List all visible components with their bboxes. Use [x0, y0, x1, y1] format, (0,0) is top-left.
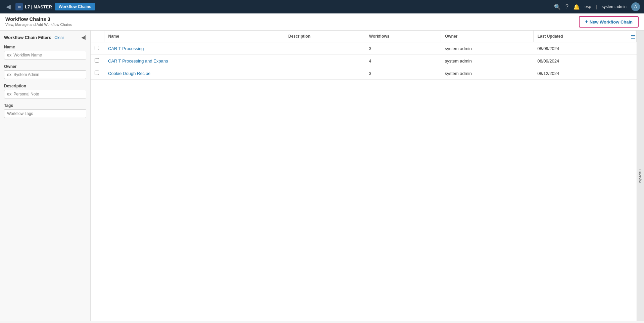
table-header-select [91, 31, 104, 42]
row-1-name-link[interactable]: CAR T Processing [108, 46, 144, 51]
row-3-name: Cookie Dough Recipe [104, 67, 284, 80]
subheader: Workflow Chains 3 View, Manage and Add W… [0, 13, 644, 31]
description-filter-group: Description [4, 84, 86, 98]
table-header-name[interactable]: Name [104, 31, 284, 42]
row-1-last-updated: 08/09/2024 [533, 42, 623, 55]
main-layout: Workflow Chain Filters Clear ◀| Name Own… [0, 31, 644, 321]
name-filter-label: Name [4, 45, 86, 49]
tags-filter-input[interactable] [4, 109, 86, 118]
owner-filter-label: Owner [4, 64, 86, 69]
inspector-tab[interactable]: Inspector [637, 31, 644, 321]
bell-icon[interactable]: 🔔 [573, 4, 580, 10]
description-filter-input[interactable] [4, 90, 86, 98]
table-header-last-updated[interactable]: Last Updated [533, 31, 623, 42]
topnav-left: ◀ ⊞ L7 | MASTER Workflow Chains [4, 2, 95, 12]
row-3-checkbox[interactable] [95, 71, 99, 75]
workflow-chains-table: Name Description Workflows Owner Last Up… [91, 31, 637, 80]
owner-filter-group: Owner [4, 64, 86, 79]
table-row: Cookie Dough Recipe 3 system admin 08/12… [91, 67, 637, 80]
top-navigation: ◀ ⊞ L7 | MASTER Workflow Chains 🔍 ? 🔔 es… [0, 0, 644, 13]
tags-filter-group: Tags [4, 103, 86, 118]
content-area: ☰ Name Description Workflows Owner Last … [91, 31, 637, 321]
description-filter-label: Description [4, 84, 86, 88]
sidebar-header-content: Workflow Chain Filters Clear [4, 35, 64, 40]
row-1-actions [623, 42, 637, 55]
page-subtitle: View, Manage and Add Workflow Chains [5, 23, 72, 27]
row-2-name-link[interactable]: CAR T Processing and Expans [108, 58, 168, 64]
name-filter-group: Name [4, 45, 86, 59]
row-2-checkbox-cell[interactable] [91, 55, 104, 67]
row-2-name: CAR T Processing and Expans [104, 55, 284, 67]
user-avatar[interactable]: A [631, 2, 640, 11]
row-3-name-link[interactable]: Cookie Dough Recipe [108, 71, 150, 76]
table-header-description[interactable]: Description [284, 31, 365, 42]
row-3-owner: system admin [441, 67, 533, 80]
filters-title: Workflow Chain Filters [4, 35, 51, 40]
row-2-checkbox[interactable] [95, 58, 99, 63]
name-filter-input[interactable] [4, 51, 86, 59]
app-name-label: L7 | MASTER [25, 4, 52, 9]
row-3-workflows: 3 [365, 67, 441, 80]
row-1-owner: system admin [441, 42, 533, 55]
nav-divider: | [596, 4, 597, 9]
new-workflow-chain-label: New Workflow Chain [590, 19, 633, 25]
back-button[interactable]: ◀ [4, 2, 13, 12]
owner-filter-input[interactable] [4, 70, 86, 79]
row-2-owner: system admin [441, 55, 533, 67]
row-3-last-updated: 08/12/2024 [533, 67, 623, 80]
language-selector[interactable]: esp [585, 4, 591, 9]
row-2-workflows: 4 [365, 55, 441, 67]
row-1-checkbox-cell[interactable] [91, 42, 104, 55]
table-settings-icon[interactable]: ☰ [631, 34, 635, 40]
tags-filter-label: Tags [4, 103, 86, 108]
avatar-initial: A [634, 4, 637, 9]
sidebar-filters: Workflow Chain Filters Clear ◀| Name Own… [0, 31, 91, 321]
row-2-actions [623, 55, 637, 67]
collapse-sidebar-button[interactable]: ◀| [81, 35, 86, 40]
app-logo: ⊞ L7 | MASTER [15, 3, 52, 10]
row-3-actions [623, 67, 637, 80]
clear-filters-link[interactable]: Clear [54, 35, 64, 40]
row-1-name: CAR T Processing [104, 42, 284, 55]
row-3-checkbox-cell[interactable] [91, 67, 104, 80]
app-logo-icon: ⊞ [15, 3, 23, 10]
plus-icon: + [585, 19, 588, 25]
table-header-row: Name Description Workflows Owner Last Up… [91, 31, 637, 42]
table-header-owner[interactable]: Owner [441, 31, 533, 42]
new-workflow-chain-button[interactable]: + New Workflow Chain [579, 16, 639, 28]
row-1-description [284, 42, 365, 55]
table-header-workflows[interactable]: Workflows [365, 31, 441, 42]
table-row: CAR T Processing 3 system admin 08/09/20… [91, 42, 637, 55]
workflow-chains-nav-pill[interactable]: Workflow Chains [55, 3, 95, 10]
sidebar-header: Workflow Chain Filters Clear ◀| [4, 35, 86, 40]
help-icon[interactable]: ? [565, 4, 568, 10]
row-2-description [284, 55, 365, 67]
row-1-workflows: 3 [365, 42, 441, 55]
topnav-right: 🔍 ? 🔔 esp | system admin A [554, 2, 640, 11]
row-1-checkbox[interactable] [95, 46, 99, 50]
row-3-description [284, 67, 365, 80]
table-row: CAR T Processing and Expans 4 system adm… [91, 55, 637, 67]
subheader-left: Workflow Chains 3 View, Manage and Add W… [5, 16, 72, 27]
row-2-last-updated: 08/09/2024 [533, 55, 623, 67]
search-icon[interactable]: 🔍 [554, 4, 561, 10]
page-title: Workflow Chains 3 [5, 16, 72, 22]
user-name-label: system admin [602, 4, 627, 9]
